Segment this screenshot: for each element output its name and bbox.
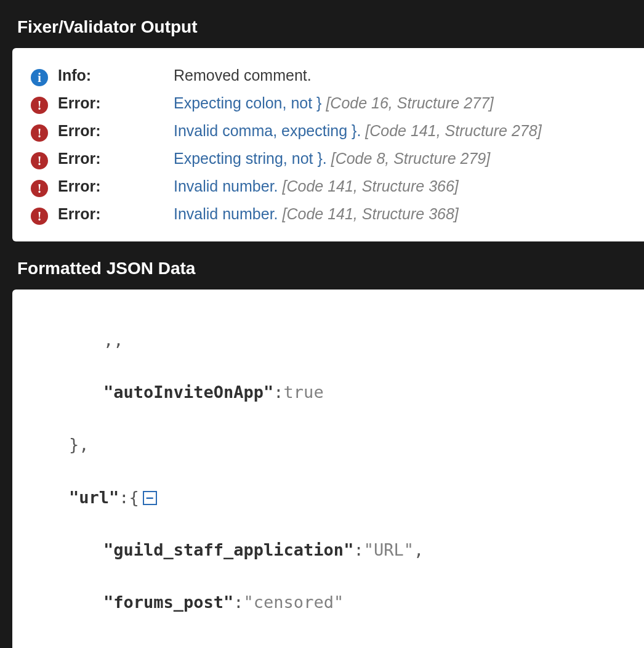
validator-row: ! Error: Invalid comma, expecting }. [Co… <box>31 117 626 145</box>
json-line: "guild_staff_application":"URL", <box>31 537 626 564</box>
validator-row: i Info: Removed comment. <box>31 62 626 89</box>
error-link[interactable]: Invalid number. <box>174 205 278 222</box>
row-label: Error: <box>58 92 174 114</box>
row-label: Error: <box>58 148 174 169</box>
icon-column: ! <box>31 152 58 169</box>
row-label: Info: <box>58 65 174 86</box>
error-link[interactable]: Invalid comma, expecting }. <box>174 122 361 139</box>
json-line: ,, <box>31 327 626 354</box>
json-line: }, <box>31 642 626 648</box>
error-link[interactable]: Expecting string, not }. <box>174 150 327 167</box>
json-panel: ,, "autoInviteOnApp":true }, "url":{− "g… <box>12 290 644 648</box>
json-line: "autoInviteOnApp":true <box>31 379 626 406</box>
info-icon: i <box>31 69 48 86</box>
json-line: }, <box>31 432 626 458</box>
row-message: Invalid number. [Code 141, Structure 368… <box>174 203 626 225</box>
error-code: [Code 141, Structure 366] <box>283 177 459 195</box>
row-message: Invalid number. [Code 141, Structure 366… <box>174 176 626 197</box>
icon-column: ! <box>31 208 58 225</box>
validator-panel: i Info: Removed comment. ! Error: Expect… <box>12 48 644 241</box>
icon-column: i <box>31 69 58 86</box>
row-label: Error: <box>58 176 174 197</box>
error-icon: ! <box>31 97 48 114</box>
error-icon: ! <box>31 124 48 142</box>
json-section-title: Formatted JSON Data <box>0 241 644 290</box>
row-label: Error: <box>58 120 174 142</box>
validator-section-title: Fixer/Validator Output <box>0 0 644 48</box>
error-code: [Code 141, Structure 368] <box>283 205 459 222</box>
icon-column: ! <box>31 180 58 197</box>
error-icon: ! <box>31 180 48 197</box>
row-message: Removed comment. <box>174 65 626 86</box>
icon-column: ! <box>31 124 58 142</box>
collapse-toggle-icon[interactable]: − <box>143 491 157 505</box>
json-line: "forums_post":"censored" <box>31 589 626 616</box>
validator-row: ! Error: Invalid number. [Code 141, Stru… <box>31 200 626 228</box>
row-message: Expecting colon, not } [Code 16, Structu… <box>174 92 626 114</box>
row-message: Expecting string, not }. [Code 8, Struct… <box>174 148 626 169</box>
error-link[interactable]: Expecting colon, not } <box>174 94 321 111</box>
error-icon: ! <box>31 208 48 225</box>
validator-row: ! Error: Invalid number. [Code 141, Stru… <box>31 172 626 200</box>
row-message: Invalid comma, expecting }. [Code 141, S… <box>174 120 626 142</box>
icon-column: ! <box>31 97 58 114</box>
error-code: [Code 141, Structure 278] <box>365 122 541 139</box>
row-label: Error: <box>58 203 174 225</box>
error-link[interactable]: Invalid number. <box>174 177 278 195</box>
validator-row: ! Error: Expecting colon, not } [Code 16… <box>31 89 626 117</box>
json-line: "url":{− <box>31 485 626 511</box>
error-code: [Code 8, Structure 279] <box>331 150 490 167</box>
validator-row: ! Error: Expecting string, not }. [Code … <box>31 145 626 172</box>
error-icon: ! <box>31 152 48 169</box>
error-code: [Code 16, Structure 277] <box>326 94 493 111</box>
